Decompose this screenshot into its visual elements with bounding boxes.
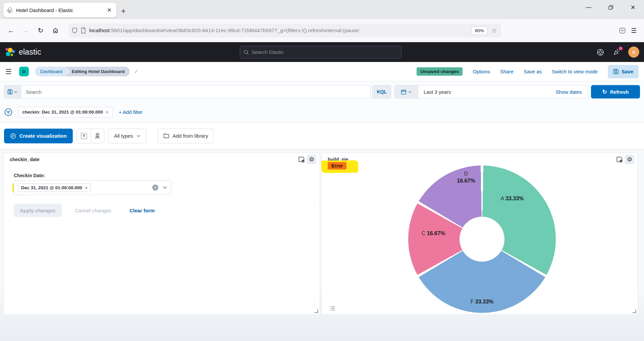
bookmark-star-icon[interactable]: ☆	[491, 27, 498, 35]
panel-settings-button[interactable]: ⚙	[307, 155, 316, 164]
svg-text:T: T	[83, 134, 85, 138]
filter-pill[interactable]: checkin: Dec 31, 2021 @ 01:00:00.000 ×	[18, 107, 113, 118]
edit-toolbar: Create visualization T All types Add fro…	[0, 122, 644, 150]
elastic-brand[interactable]: elastic	[5, 47, 41, 57]
chevron-down-icon[interactable]	[163, 185, 167, 190]
panel-checkin-date: checkin_date ⚙ Checkin Date: Dec 31, 202…	[3, 152, 320, 315]
maps-button[interactable]	[91, 129, 104, 143]
kql-search-input[interactable]	[26, 89, 366, 95]
new-tab-button[interactable]: +	[121, 7, 125, 16]
save-to-library-icon[interactable]	[616, 156, 623, 163]
save-button[interactable]: Save	[608, 65, 639, 78]
zoom-level-badge[interactable]: 80%	[472, 26, 487, 35]
forward-icon[interactable]: →	[19, 24, 32, 37]
create-visualization-label: Create visualization	[19, 133, 67, 139]
apply-changes-button[interactable]: Apply changes	[14, 204, 62, 217]
kql-language-button[interactable]: KQL	[372, 85, 391, 98]
save-to-library-icon[interactable]	[298, 156, 305, 163]
screen: Hotel Dashboard - Elastic ✕ + — ✕ ← → ↻ …	[0, 0, 644, 341]
options-button[interactable]: Options	[473, 69, 490, 74]
query-bar: KQL Last 3 years Show dates ↻ Refresh	[0, 81, 644, 102]
shield-icon[interactable]	[72, 27, 77, 33]
nav-menu-icon[interactable]: ☰	[5, 68, 12, 76]
window-controls: — ✕	[578, 0, 644, 15]
remove-token-icon[interactable]: ×	[85, 185, 88, 190]
panel-resize-handle[interactable]	[632, 309, 636, 313]
cancel-changes-button[interactable]: Cancel changes	[75, 208, 111, 213]
dashboard-viewport: checkin_date ⚙ Checkin Date: Dec 31, 202…	[0, 150, 644, 341]
refresh-button-label: Refresh	[610, 89, 629, 95]
back-icon[interactable]: ←	[5, 24, 17, 37]
breadcrumb-dashboard[interactable]: Dashboard	[35, 67, 65, 76]
url-host: localhost	[89, 27, 110, 33]
slice-d-category: D	[464, 171, 468, 177]
date-picker: Last 3 years Show dates	[394, 85, 588, 98]
checkin-date-combobox[interactable]: Dec 31, 2021 @ 01:00:00.000 × ✕	[14, 180, 171, 195]
clear-form-button[interactable]: Clear form	[129, 208, 155, 213]
home-icon[interactable]	[49, 24, 62, 37]
date-token[interactable]: Dec 31, 2021 @ 01:00:00.000 ×	[18, 184, 91, 192]
slice-f-percent: 33.33%	[475, 299, 493, 304]
pocket-icon[interactable]	[619, 27, 626, 34]
filter-pill-label: checkin: Dec 31, 2021 @ 01:00:00.000	[22, 110, 103, 115]
panel-header-icons: ⚙	[616, 155, 634, 164]
save-as-button[interactable]: Save as	[524, 69, 542, 74]
save-button-label: Save	[622, 69, 633, 74]
show-dates-button[interactable]: Show dates	[556, 89, 587, 95]
tab-close-icon[interactable]: ✕	[106, 7, 113, 14]
panel-resize-handle[interactable]	[314, 309, 318, 313]
slice-c-percent: 16.67%	[427, 230, 445, 236]
panel-settings-button[interactable]: ⚙	[625, 155, 634, 164]
add-filter-button[interactable]: + Add filter	[119, 109, 143, 115]
clear-input-icon[interactable]: ✕	[152, 185, 158, 191]
user-avatar[interactable]: e	[628, 47, 639, 58]
tab-title: Hotel Dashboard - Elastic	[16, 7, 103, 13]
url-text[interactable]: localhost:5601/app/dashboards#/view/3b83…	[89, 27, 468, 33]
menu-icon[interactable]: ☰	[631, 27, 637, 35]
filter-set-icon[interactable]	[4, 108, 13, 117]
panel-title: checkin_date	[10, 157, 40, 162]
error-badge: Error	[328, 162, 346, 169]
breadcrumb-current: Editing Hotel Dashboard	[65, 67, 130, 76]
restore-button[interactable]	[600, 0, 622, 15]
all-types-dropdown[interactable]: All types	[108, 129, 146, 143]
legend-toggle-icon[interactable]	[330, 305, 335, 311]
text-icon: T	[80, 133, 87, 139]
map-pin-icon	[94, 133, 101, 139]
date-picker-quick-menu[interactable]	[395, 85, 418, 98]
browser-tab-bar: Hotel Dashboard - Elastic ✕ + — ✕	[0, 0, 644, 19]
remove-filter-icon[interactable]: ×	[106, 110, 109, 115]
refresh-button[interactable]: ↻ Refresh	[591, 85, 640, 98]
filter-form-actions: Apply changes Cancel changes Clear form	[14, 204, 155, 217]
space-badge[interactable]: D	[19, 67, 29, 76]
browser-tab[interactable]: Hotel Dashboard - Elastic ✕	[3, 3, 116, 17]
elastic-search-box[interactable]	[240, 46, 401, 59]
share-button[interactable]: Share	[500, 69, 514, 74]
newsfeed-icon[interactable]	[612, 48, 621, 57]
time-range-value[interactable]: Last 3 years	[418, 89, 451, 95]
kql-search-field[interactable]	[21, 85, 371, 98]
date-token-label: Dec 31, 2021 @ 01:00:00.000	[21, 185, 82, 190]
slice-d-percent: 16.67%	[457, 178, 475, 184]
all-types-label: All types	[114, 133, 133, 139]
create-visualization-button[interactable]: Create visualization	[4, 129, 73, 143]
saved-query-menu-button[interactable]	[4, 85, 21, 98]
minimize-button[interactable]: —	[578, 0, 600, 15]
help-icon[interactable]	[596, 48, 605, 57]
combobox-controls: ✕	[152, 185, 167, 191]
elastic-search-input[interactable]	[252, 49, 398, 55]
slice-c-category: C	[422, 230, 426, 236]
text-annotation-button[interactable]: T	[77, 129, 91, 143]
url-bar[interactable]: localhost:5601/app/dashboards#/view/3b83…	[68, 23, 501, 38]
calendar-icon	[401, 89, 407, 95]
close-window-button[interactable]: ✕	[622, 0, 644, 15]
page-info-icon[interactable]	[81, 27, 86, 33]
switch-view-mode-button[interactable]: Switch to view mode	[552, 69, 598, 74]
quick-create-group: T	[77, 129, 104, 143]
elastic-header: elastic e	[0, 42, 644, 62]
lens-icon	[10, 133, 16, 139]
reload-icon[interactable]: ↻	[34, 24, 47, 37]
add-from-library-button[interactable]: Add from library	[158, 129, 214, 143]
donut-chart[interactable]: D 16.67% A 33.33% C 16.67% F 33.33%	[408, 165, 556, 313]
notification-dot	[619, 47, 623, 50]
